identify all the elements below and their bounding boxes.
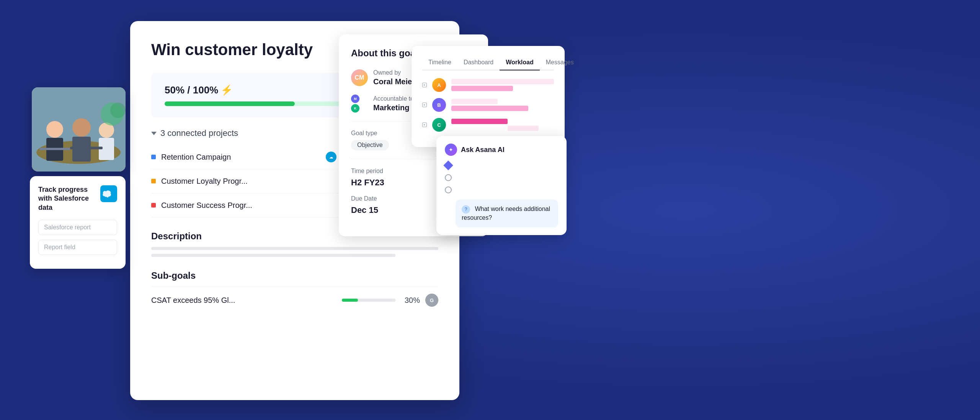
sf-report-input[interactable]: Salesforce report	[38, 220, 117, 235]
svg-marker-2	[424, 124, 425, 126]
workload-avatar-2: B	[432, 98, 446, 112]
workload-bar-2a	[451, 99, 498, 104]
workload-tabs: Timeline Dashboard Workload Messages	[422, 55, 554, 70]
owner-info: Owned by Coral Meier	[373, 69, 415, 86]
ai-icons-row	[445, 162, 558, 193]
workload-expand-1[interactable]	[422, 83, 427, 87]
progress-current: 50%	[165, 84, 185, 96]
sf-title: Track progress with Salesforce data	[38, 185, 100, 212]
tab-timeline[interactable]: Timeline	[422, 55, 457, 70]
workload-bars-1	[451, 79, 554, 91]
workload-bar-3b	[508, 126, 538, 131]
owner-label: Owned by	[373, 69, 415, 76]
workload-bar-1b	[451, 86, 513, 91]
salesforce-card: Track progress with Salesforce data Sale…	[30, 176, 126, 269]
ai-bubble-text: What work needs additional resources?	[462, 206, 550, 221]
svg-point-14	[110, 103, 126, 118]
workload-row-1: A	[422, 78, 554, 92]
project-name-3: Customer Success Progr...	[161, 201, 336, 210]
progress-bar-fill	[165, 101, 295, 106]
subgoal-progress-bar-1	[342, 299, 395, 302]
workload-row-3: C	[422, 118, 554, 132]
team-avatar-1: M	[351, 95, 359, 103]
chevron-down-icon	[151, 132, 157, 135]
ai-bubble: ? What work needs additional resources?	[456, 199, 558, 227]
project-dot-3	[151, 203, 156, 208]
subgoal-row-1[interactable]: CSAT exceeds 95% Gl... 30% G	[151, 286, 438, 314]
ai-title: Ask Asana AI	[461, 146, 505, 154]
workload-bars-3	[451, 119, 554, 131]
workload-expand-3[interactable]	[422, 123, 427, 127]
workload-card: Timeline Dashboard Workload Messages A B	[412, 46, 565, 147]
goal-type-badge: Objective	[351, 140, 389, 150]
circle-check-1	[445, 174, 452, 181]
meeting-svg	[32, 87, 126, 172]
workload-avatar-3: C	[432, 118, 446, 132]
ai-icon-row-item-3	[445, 186, 558, 193]
salesforce-icon-1: ☁	[326, 152, 336, 162]
workload-expand-2[interactable]	[422, 103, 427, 107]
svg-rect-12	[70, 147, 103, 149]
svg-rect-11	[39, 148, 70, 150]
sf-report-field-label: Report field	[44, 244, 111, 251]
subgoals-title: Sub-goals	[151, 270, 438, 281]
desc-line-1	[151, 247, 438, 250]
svg-point-7	[72, 118, 91, 137]
svg-marker-0	[424, 84, 425, 86]
ai-bubble-icon: ?	[462, 205, 470, 214]
subgoal-progress-fill-1	[342, 299, 358, 302]
subgoal-percent-1: 30%	[401, 296, 420, 305]
sf-logo	[100, 185, 117, 202]
project-name-2: Customer Loyalty Progr...	[161, 177, 336, 186]
desc-line-2	[151, 254, 395, 257]
subgoal-avatar-1: G	[425, 294, 438, 307]
project-dot-2	[151, 179, 156, 183]
ai-icon: ✦	[445, 144, 457, 156]
svg-marker-1	[424, 104, 425, 106]
ai-icon-row-item-2	[445, 174, 558, 181]
meeting-scene	[32, 87, 126, 172]
salesforce-logo-svg	[103, 190, 115, 198]
bolt-icon: ⚡	[220, 84, 233, 96]
sf-report-field-input[interactable]: Report field	[38, 240, 117, 255]
project-dot-1	[151, 155, 156, 159]
workload-row-2: B	[422, 98, 554, 112]
owner-avatar: CM	[351, 69, 368, 86]
svg-point-5	[46, 121, 63, 138]
subgoal-name-1: CSAT exceeds 95% Gl...	[151, 296, 336, 305]
photo-card	[32, 87, 126, 172]
ai-icon-row-item-1	[445, 162, 558, 169]
sf-header: Track progress with Salesforce data	[38, 185, 117, 212]
progress-separator: /	[185, 84, 193, 96]
workload-avatar-1: A	[432, 78, 446, 92]
subgoal-avatar-circle-1: G	[425, 294, 438, 307]
diamond-icon	[443, 160, 453, 170]
tab-messages[interactable]: Messages	[540, 55, 580, 70]
ai-chat-card: ✦ Ask Asana AI ? What work needs additio…	[436, 136, 567, 235]
workload-bars-2	[451, 99, 554, 111]
tab-dashboard[interactable]: Dashboard	[457, 55, 500, 70]
workload-bar-3a	[451, 119, 508, 124]
tab-workload[interactable]: Workload	[500, 55, 540, 70]
circle-check-2	[445, 186, 452, 193]
owner-name: Coral Meier	[373, 77, 415, 86]
workload-bar-2b	[451, 106, 528, 111]
workload-bar-1a	[451, 79, 554, 84]
ai-header: ✦ Ask Asana AI	[445, 144, 558, 156]
team-avatars: M K	[351, 95, 368, 113]
progress-total: 100%	[193, 84, 219, 96]
project-name-1: Retention Campaign	[161, 153, 320, 162]
connected-projects-label: 3 connected projects	[160, 128, 238, 138]
owner-avatar-circle: CM	[351, 69, 368, 86]
sf-report-label: Salesforce report	[44, 224, 111, 231]
team-avatar-2: K	[351, 104, 359, 113]
